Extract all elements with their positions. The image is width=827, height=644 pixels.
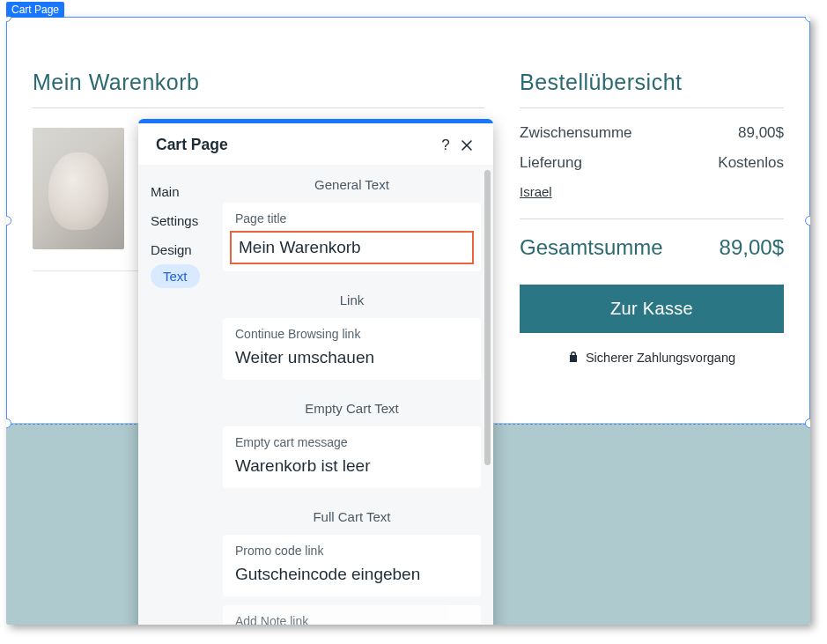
- promo-code-link-field[interactable]: Promo code link Gutscheincode eingeben: [223, 535, 481, 596]
- field-value[interactable]: Warenkorb ist leer: [235, 456, 469, 476]
- page-title-field[interactable]: Page title Mein Warenkorb: [223, 203, 481, 271]
- popup-sidebar: Main Settings Design Text: [138, 165, 223, 625]
- subtotal-value: 89,00$: [738, 124, 784, 142]
- help-button[interactable]: ?: [435, 137, 456, 154]
- resize-handle-ml[interactable]: [6, 216, 11, 226]
- tab-settings[interactable]: Settings: [151, 206, 223, 235]
- section-header-link: Link: [223, 280, 481, 318]
- divider: [520, 218, 784, 219]
- add-note-link-field[interactable]: Add Note link: [223, 605, 481, 625]
- section-header-full-cart: Full Cart Text: [223, 497, 481, 535]
- field-value[interactable]: Gutscheincode eingeben: [235, 565, 469, 584]
- subtotal-label: Zwischensumme: [520, 124, 632, 142]
- section-header-empty-cart: Empty Cart Text: [223, 389, 481, 426]
- shipping-label: Lieferung: [520, 154, 582, 172]
- resize-handle-mr[interactable]: [805, 216, 810, 226]
- deliver-to-link[interactable]: Israel: [520, 184, 552, 199]
- lock-icon: [568, 351, 579, 365]
- popup-content: General Text Page title Mein Warenkorb L…: [223, 165, 493, 625]
- shipping-value: Kostenlos: [718, 154, 784, 172]
- tab-text[interactable]: Text: [151, 264, 200, 288]
- divider: [520, 107, 784, 108]
- section-header-general-text: General Text: [223, 165, 481, 203]
- selection-tag: Cart Page: [6, 2, 64, 18]
- continue-browsing-field[interactable]: Continue Browsing link Weiter umschauen: [223, 318, 481, 380]
- divider: [33, 107, 484, 108]
- editor-canvas[interactable]: Mein Warenkorb 0$ ✕ Bestellübersicht: [6, 17, 810, 625]
- tab-main[interactable]: Main: [151, 177, 223, 206]
- field-label: Add Note link: [235, 614, 469, 625]
- close-button[interactable]: [456, 139, 477, 152]
- secure-checkout-note: Sicherer Zahlungsvorgang: [520, 351, 784, 365]
- total-value: 89,00$: [720, 235, 784, 260]
- total-label: Gesamtsumme: [520, 235, 663, 260]
- field-label: Empty cart message: [235, 435, 469, 449]
- empty-cart-message-field[interactable]: Empty cart message Warenkorb ist leer: [223, 426, 481, 488]
- field-value[interactable]: Mein Warenkorb: [230, 231, 474, 264]
- field-value[interactable]: Weiter umschauen: [235, 348, 469, 367]
- tab-design[interactable]: Design: [151, 235, 223, 264]
- field-label: Page title: [235, 211, 469, 226]
- scrollbar-thumb[interactable]: [484, 170, 491, 465]
- popup-title: Cart Page: [156, 136, 228, 154]
- product-image[interactable]: [33, 128, 124, 249]
- cart-title: Mein Warenkorb: [33, 70, 484, 95]
- resize-handle-tr[interactable]: [805, 17, 810, 22]
- summary-title: Bestellübersicht: [520, 70, 784, 95]
- field-label: Continue Browsing link: [235, 327, 469, 341]
- field-label: Promo code link: [235, 544, 469, 558]
- cart-page-settings-popup: Cart Page ? Main Settings Design Text Ge…: [138, 119, 493, 625]
- close-icon: [461, 139, 473, 152]
- checkout-button[interactable]: Zur Kasse: [520, 285, 784, 333]
